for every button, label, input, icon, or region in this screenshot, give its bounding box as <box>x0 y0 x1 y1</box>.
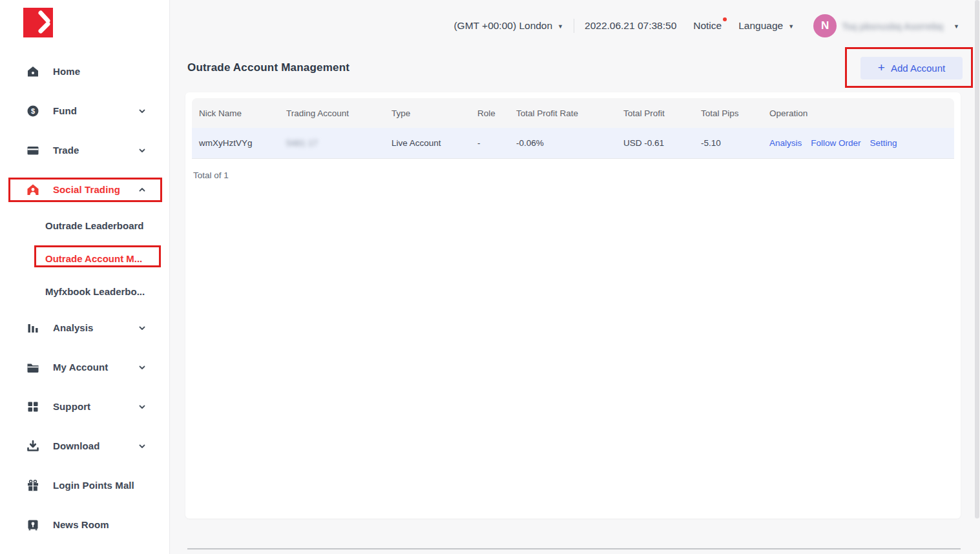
type-cell: Live Account <box>384 128 470 158</box>
topbar-divider <box>574 19 574 33</box>
scrollbar-thumb[interactable] <box>975 0 979 518</box>
analysis-link[interactable]: Analysis <box>769 138 802 148</box>
trading-account-cell-masked: 5481 17 <box>286 138 318 148</box>
sidebar-item-label: Download <box>53 440 99 451</box>
chevron-down-icon: ▼ <box>788 23 794 30</box>
column-header: Trading Account <box>279 98 384 128</box>
setting-link[interactable]: Setting <box>870 138 897 148</box>
language-label: Language <box>738 20 783 32</box>
topbar: (GMT +00:00) London ▼ 2022.06.21 07:38:5… <box>170 0 959 52</box>
chevron-down-icon <box>138 442 146 450</box>
table-header-row: Nick Name Trading Account Type Role Tota… <box>192 98 954 128</box>
sidebar-item-my-account[interactable]: My Account <box>0 347 169 387</box>
role-cell: - <box>470 128 509 158</box>
column-header: Total Profit <box>616 98 694 128</box>
gift-icon <box>26 478 40 493</box>
page-scrollbar[interactable] <box>974 0 980 554</box>
total-profit-cell: USD -0.61 <box>616 128 694 158</box>
account-table-card: Nick Name Trading Account Type Role Tota… <box>185 92 961 518</box>
fund-icon: $ <box>26 104 40 118</box>
sidebar-item-label: Social Trading <box>53 184 120 195</box>
trade-icon <box>26 143 40 158</box>
sidebar-item-login-points-mall[interactable]: Login Points Mall <box>0 466 169 505</box>
svg-text:$: $ <box>31 107 35 115</box>
sidebar-item-download[interactable]: Download <box>0 426 169 466</box>
timezone-selector[interactable]: (GMT +00:00) London ▼ <box>454 20 563 32</box>
timezone-label: (GMT +00:00) London <box>454 20 552 32</box>
chevron-down-icon[interactable]: ▼ <box>954 23 959 30</box>
sidebar-nav: Home $ Fund Trade Social Trading <box>0 52 169 544</box>
footer-divider <box>187 548 961 549</box>
sidebar-item-news-room[interactable]: News Room <box>0 505 169 544</box>
follow-order-link[interactable]: Follow Order <box>811 138 860 148</box>
sidebar-item-label: My Account <box>53 362 108 373</box>
folder-icon <box>26 360 40 374</box>
column-header: Total Profit Rate <box>509 98 616 128</box>
column-header: Type <box>384 98 470 128</box>
main-content: (GMT +00:00) London ▼ 2022.06.21 07:38:5… <box>170 0 980 554</box>
sidebar-item-label: Analysis <box>53 322 94 333</box>
chevron-down-icon <box>138 324 146 332</box>
column-header: Role <box>470 98 509 128</box>
social-trading-icon <box>26 183 40 197</box>
chevron-down-icon <box>138 364 146 371</box>
total-profit-rate-cell: -0.06% <box>509 128 616 158</box>
sidebar-item-label: Support <box>53 401 90 412</box>
notification-dot <box>723 17 727 21</box>
column-header: Nick Name <box>192 98 279 128</box>
sidebar-item-label: News Room <box>53 519 109 530</box>
sidebar-item-myfxbook-leaderboard[interactable]: Myfxbook Leaderbo... <box>0 275 169 308</box>
sidebar-item-label: Outrade Account M... <box>45 253 142 264</box>
analysis-icon <box>26 321 40 335</box>
sidebar-item-label: Outrade Leaderboard <box>45 220 144 231</box>
sidebar-item-support[interactable]: Support <box>0 387 169 426</box>
sidebar-item-label: Myfxbook Leaderbo... <box>45 286 145 297</box>
plus-icon: + <box>878 61 885 74</box>
avatar[interactable]: N <box>813 14 837 37</box>
sidebar-item-label: Fund <box>53 105 77 116</box>
notice-label: Notice <box>693 20 722 32</box>
column-header: Total Pips <box>694 98 762 128</box>
operation-cell: Analysis Follow Order Setting <box>762 128 954 158</box>
datetime-display: 2022.06.21 07:38:50 <box>585 20 676 32</box>
language-selector[interactable]: Language ▼ <box>738 20 794 32</box>
chevron-down-icon <box>138 107 146 115</box>
news-room-icon <box>26 518 40 532</box>
sidebar-item-home[interactable]: Home <box>0 52 169 91</box>
chevron-up-icon <box>138 186 146 194</box>
chevron-down-icon <box>138 403 146 411</box>
download-icon <box>26 439 40 453</box>
sidebar-item-analysis[interactable]: Analysis <box>0 308 169 347</box>
sidebar: Home $ Fund Trade Social Trading <box>0 0 170 554</box>
sidebar-item-outrade-account-management[interactable]: Outrade Account M... <box>0 242 169 275</box>
sidebar-item-label: Home <box>53 66 80 77</box>
sidebar-item-label: Login Points Mall <box>53 480 134 491</box>
add-account-button[interactable]: + Add Account <box>860 57 963 79</box>
brand-logo-icon[interactable] <box>23 8 53 37</box>
grid-icon <box>26 400 40 414</box>
sidebar-item-outrade-leaderboard[interactable]: Outrade Leaderboard <box>0 209 169 242</box>
page-title: Outrade Account Management <box>187 61 349 74</box>
notice-link[interactable]: Notice <box>693 20 722 32</box>
nick-name-cell: wmXyHztVYg <box>192 128 279 158</box>
sidebar-item-social-trading[interactable]: Social Trading <box>0 170 169 209</box>
chevron-down-icon: ▼ <box>558 23 563 30</box>
sidebar-item-label: Trade <box>53 145 79 156</box>
username-masked: Tsq pbsnusbq Asorrebq <box>842 21 948 32</box>
add-account-label: Add Account <box>891 63 945 74</box>
chevron-down-icon <box>138 147 146 154</box>
total-pips-cell: -5.10 <box>694 128 762 158</box>
sidebar-item-fund[interactable]: $ Fund <box>0 91 169 130</box>
table-row: wmXyHztVYg 5481 17 Live Account - -0.06%… <box>192 128 954 159</box>
sidebar-item-trade[interactable]: Trade <box>0 130 169 170</box>
total-count-label: Total of 1 <box>193 170 954 180</box>
home-icon <box>26 65 40 79</box>
column-header: Operation <box>762 98 954 128</box>
